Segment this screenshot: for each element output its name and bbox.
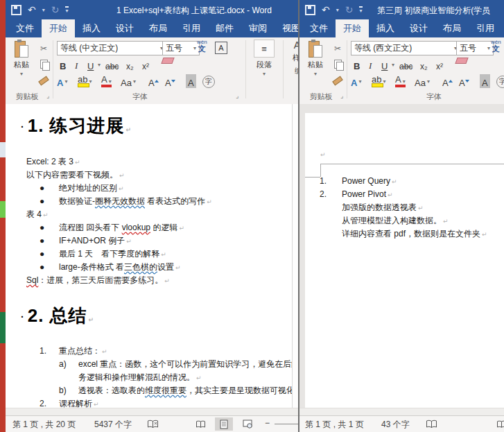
- proofing-status-icon[interactable]: [426, 420, 437, 431]
- document-page[interactable]: ·1. 练习进展↵ Excel: 2 表 3↵ 以下内容需要看下视频。↵ ● 绝…: [6, 104, 292, 408]
- read-mode-button[interactable]: [191, 417, 209, 431]
- redo-icon[interactable]: ↻: [51, 5, 60, 15]
- change-case-button[interactable]: Aa▾: [415, 74, 430, 88]
- phonetic-guide-button[interactable]: wén 文: [197, 40, 207, 53]
- chevron-down-icon[interactable]: ▾: [485, 45, 490, 51]
- phonetic-guide-button[interactable]: wén 文: [491, 40, 501, 53]
- font-color-button[interactable]: A▾: [101, 74, 112, 88]
- copy-button[interactable]: [37, 57, 51, 71]
- clipboard-dialog-launcher-icon[interactable]: ⌟: [46, 92, 49, 99]
- strikethrough-button[interactable]: abc: [105, 58, 119, 71]
- text-effects-button[interactable]: A▾: [351, 74, 361, 88]
- format-painter-button[interactable]: [37, 74, 51, 87]
- text-effects-button[interactable]: A▾: [57, 74, 67, 88]
- font-color-button[interactable]: A▾: [395, 74, 406, 88]
- vertical-scrollbar[interactable]: [292, 104, 298, 408]
- font-name-combo[interactable]: 等线 (中文正文) ▾: [57, 41, 166, 55]
- save-icon[interactable]: [11, 5, 21, 15]
- customize-qat-icon[interactable]: ▾: [359, 6, 362, 14]
- proofing-status-icon[interactable]: [147, 420, 159, 431]
- font-name-combo[interactable]: 等线 (西文正文) ▾: [351, 41, 460, 55]
- change-case-button[interactable]: Aa▾: [121, 74, 136, 88]
- undo-icon[interactable]: ↶: [28, 5, 36, 15]
- web-layout-button[interactable]: [238, 417, 257, 431]
- character-border-button[interactable]: A: [215, 42, 227, 54]
- customize-qat-icon[interactable]: ▾: [65, 6, 68, 14]
- strikethrough-button[interactable]: abc: [399, 58, 412, 71]
- zoom-slider[interactable]: [275, 424, 298, 424]
- superscript-button[interactable]: x²: [436, 58, 443, 71]
- subscript-button[interactable]: x₂: [126, 58, 134, 71]
- doc-line: 表 4↵: [26, 209, 49, 221]
- cut-button[interactable]: ✂: [331, 42, 345, 55]
- italic-button[interactable]: I: [369, 58, 372, 71]
- enclose-characters-button[interactable]: 字: [496, 74, 504, 88]
- change-case-icon: Aa: [121, 78, 132, 88]
- grow-font-button[interactable]: A: [148, 74, 159, 88]
- cut-button[interactable]: ✂: [37, 42, 51, 55]
- redo-icon[interactable]: ↻: [345, 5, 354, 15]
- tab-layout[interactable]: 布局: [141, 19, 175, 37]
- copy-button[interactable]: [331, 57, 345, 71]
- paste-button[interactable]: 粘贴 ▾: [302, 40, 329, 91]
- tab-home[interactable]: 开始: [42, 19, 75, 37]
- enclose-characters-button[interactable]: 字: [202, 74, 215, 88]
- font-size-combo[interactable]: 五号 ▾: [162, 41, 200, 55]
- page-indicator[interactable]: 第 1 页 , 共 20 页: [12, 419, 76, 431]
- superscript-button[interactable]: x²: [142, 58, 149, 71]
- format-painter-button[interactable]: [331, 74, 345, 87]
- chevron-down-icon: ▾: [392, 62, 394, 68]
- paste-dropdown-icon[interactable]: ▾: [20, 71, 23, 77]
- shrink-font-button[interactable]: A: [459, 74, 469, 88]
- tab-mailings[interactable]: 邮件: [208, 19, 241, 37]
- italic-button[interactable]: I: [75, 58, 78, 71]
- paragraph-group-button[interactable]: ≡ 段落 ▾: [248, 40, 280, 91]
- tab-review[interactable]: 审阅: [241, 19, 275, 37]
- character-shading-button[interactable]: A: [186, 74, 196, 88]
- tab-view[interactable]: 视图: [275, 19, 298, 37]
- tab-references[interactable]: 引用: [469, 19, 502, 37]
- underline-button[interactable]: U: [87, 58, 94, 71]
- tab-design[interactable]: 设计: [402, 19, 435, 37]
- subscript-button[interactable]: x₂: [420, 58, 428, 71]
- document-page[interactable]: ↵ 1. Power Query↵ 2. Power Pivot↵ 加强版的数据…: [305, 113, 504, 408]
- grow-font-button[interactable]: A: [442, 74, 453, 88]
- undo-icon[interactable]: ↶: [322, 5, 330, 15]
- save-icon[interactable]: [305, 5, 315, 15]
- character-shading-button[interactable]: A: [480, 74, 490, 88]
- bold-button[interactable]: B: [354, 58, 360, 71]
- underline-button[interactable]: U: [381, 58, 388, 71]
- chevron-down-icon[interactable]: ▾: [191, 45, 196, 51]
- highlight-button[interactable]: ab▾: [78, 74, 92, 88]
- shrink-font-button[interactable]: A: [165, 74, 175, 88]
- underline-dropdown[interactable]: ▾: [96, 58, 101, 71]
- clipboard-dialog-launcher-icon[interactable]: ⌟: [340, 92, 343, 99]
- highlight-button[interactable]: ab▾: [372, 74, 385, 88]
- title-bar[interactable]: ↶ ▾ ↻ ▾ 1 Excel+sql+表结构 上课笔记.docx - Word: [6, 0, 298, 19]
- tab-file[interactable]: 文件: [8, 19, 42, 37]
- word-count[interactable]: 5437 个字: [94, 419, 132, 431]
- tab-file[interactable]: 文件: [302, 19, 336, 37]
- undo-dropdown-icon[interactable]: ▾: [42, 7, 45, 13]
- tab-home[interactable]: 开始: [336, 19, 369, 37]
- clear-formatting-button[interactable]: [456, 58, 467, 71]
- font-dialog-launcher-icon[interactable]: ⌟: [236, 92, 238, 99]
- paste-dropdown-icon[interactable]: ▾: [314, 71, 317, 77]
- paste-button[interactable]: 粘贴 ▾: [8, 40, 35, 91]
- tab-references[interactable]: 引用: [175, 19, 208, 37]
- title-bar[interactable]: ↶ ▾ ↻ ▾ 第三周 初级商业智能分析(学员: [299, 0, 504, 19]
- word-count[interactable]: 43 个字: [381, 419, 410, 431]
- zoom-out-button[interactable]: −: [265, 418, 270, 428]
- tab-insert[interactable]: 插入: [75, 19, 108, 37]
- underline-dropdown[interactable]: ▾: [390, 58, 394, 71]
- read-mode-button[interactable]: [492, 417, 504, 431]
- font-size-combo[interactable]: 五号 ▾: [456, 41, 494, 55]
- tab-insert[interactable]: 插入: [369, 19, 402, 37]
- tab-layout[interactable]: 布局: [435, 19, 469, 37]
- clear-formatting-button[interactable]: [162, 58, 173, 71]
- bold-button[interactable]: B: [60, 58, 66, 71]
- undo-dropdown-icon[interactable]: ▾: [336, 7, 339, 13]
- page-indicator[interactable]: 第 1 页 , 共 1 页: [305, 419, 364, 431]
- tab-design[interactable]: 设计: [108, 19, 141, 37]
- print-layout-button[interactable]: [215, 417, 233, 431]
